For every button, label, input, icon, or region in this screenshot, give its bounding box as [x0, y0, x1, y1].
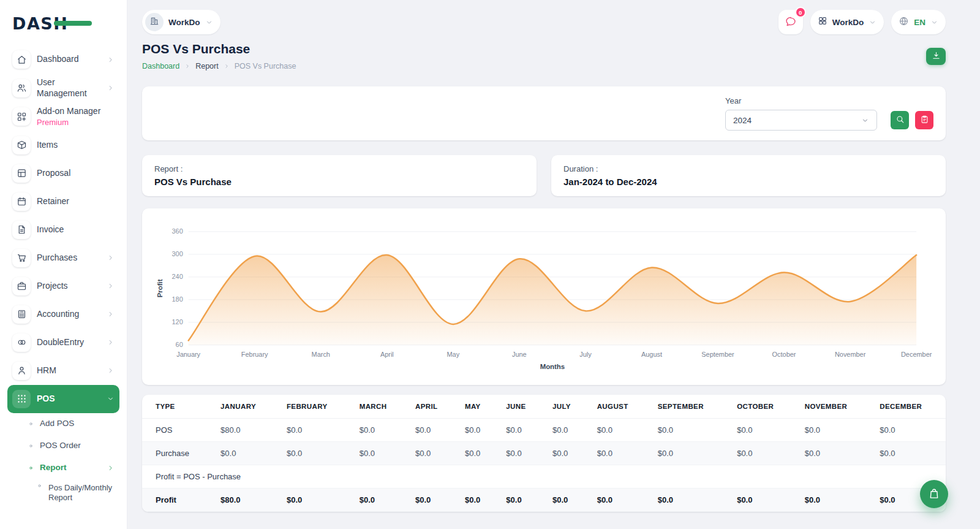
- row-label: POS: [142, 419, 212, 442]
- pos-cart-fab[interactable]: [920, 480, 948, 508]
- sidebar-item-add-pos[interactable]: Add POS: [23, 413, 119, 435]
- svg-text:September: September: [701, 351, 734, 358]
- duration-label: Duration :: [564, 164, 933, 173]
- search-button[interactable]: [891, 111, 909, 129]
- download-button[interactable]: [926, 48, 946, 65]
- projects-icon: [12, 277, 31, 295]
- breadcrumb-item-report[interactable]: Report: [195, 62, 219, 70]
- cell: $0.0: [871, 442, 946, 465]
- chevron-down-icon: [861, 116, 869, 124]
- sidebar-item-dashboard[interactable]: Dashboard: [7, 45, 119, 74]
- sidebar-item-label: Pos Daily/Monthly Report: [48, 483, 115, 503]
- table-card: TYPEJANUARYFEBRUARYMARCHAPRILMAYJUNEJULY…: [142, 395, 946, 512]
- hrm-icon: [12, 362, 31, 380]
- column-header: MARCH: [351, 395, 407, 419]
- cell: $0.0: [796, 442, 872, 465]
- language-label: EN: [914, 18, 925, 27]
- row-label: Profit: [142, 489, 212, 512]
- column-header: AUGUST: [589, 395, 649, 419]
- svg-text:300: 300: [172, 250, 183, 257]
- home-icon: [12, 50, 31, 69]
- proposal-icon: [12, 164, 31, 183]
- export-button[interactable]: [915, 111, 933, 129]
- purchases-icon: [12, 249, 31, 267]
- sidebar-item-add-on-manager[interactable]: Add-on ManagerPremium: [7, 102, 119, 131]
- cell: $0.0: [497, 442, 544, 465]
- cell: $0.0: [728, 419, 796, 442]
- svg-text:240: 240: [172, 273, 183, 280]
- cell: $80.0: [212, 419, 278, 442]
- chevron-right-icon: [107, 464, 115, 472]
- svg-text:February: February: [241, 351, 268, 358]
- table-row: POS$80.0$0.0$0.0$0.0$0.0$0.0$0.0$0.0$0.0…: [142, 419, 946, 442]
- sidebar-item-purchases[interactable]: Purchases: [7, 244, 119, 272]
- svg-text:60: 60: [176, 341, 183, 348]
- sidebar-item-label: Retainer: [37, 196, 115, 207]
- sidebar-item-invoice[interactable]: Invoice: [7, 216, 119, 244]
- svg-text:Profit: Profit: [156, 279, 164, 297]
- cell: $0.0: [649, 442, 728, 465]
- sidebar-item-pos[interactable]: POS: [7, 385, 119, 413]
- bullet-icon: [28, 443, 34, 449]
- sidebar-item-proposal[interactable]: Proposal: [7, 159, 119, 188]
- sidebar-item-label: Proposal: [37, 168, 115, 179]
- svg-text:Months: Months: [540, 363, 565, 370]
- chevron-down-icon: [930, 18, 938, 26]
- chevron-down-icon: [869, 18, 876, 26]
- note-cell: Profit = POS - Purchase: [142, 465, 946, 489]
- column-header: JANUARY: [212, 395, 278, 419]
- cell: $0.0: [456, 489, 497, 512]
- report-summary-card: Report : POS Vs Purchase: [142, 155, 537, 196]
- breadcrumb-item-dashboard[interactable]: Dashboard: [142, 62, 179, 70]
- workspace-switcher[interactable]: WorkDo: [142, 10, 221, 34]
- cell: $0.0: [589, 419, 649, 442]
- column-header: TYPE: [142, 395, 212, 419]
- sidebar-item-pos-daily-monthly-report[interactable]: Pos Daily/Monthly Report: [32, 479, 119, 506]
- language-switcher[interactable]: EN: [891, 10, 946, 34]
- year-select[interactable]: 2024: [725, 110, 877, 131]
- report-table: TYPEJANUARYFEBRUARYMARCHAPRILMAYJUNEJULY…: [142, 395, 946, 512]
- cell: $0.0: [407, 419, 456, 442]
- chevron-right-icon: [107, 338, 115, 346]
- sidebar-item-label: POS Order: [40, 441, 115, 451]
- svg-text:January: January: [176, 351, 200, 358]
- sidebar-item-projects[interactable]: Projects: [7, 272, 119, 300]
- year-label: Year: [725, 96, 933, 105]
- svg-text:360: 360: [172, 227, 183, 235]
- cell: $0.0: [649, 489, 728, 512]
- bullet-icon: [28, 421, 34, 427]
- sidebar-item-label: Items: [37, 140, 115, 151]
- sidebar-item-user-management[interactable]: User Management: [7, 74, 119, 102]
- sidebar-item-label: Purchases: [37, 253, 100, 264]
- page-title: POS Vs Purchase: [142, 42, 296, 56]
- sidebar-item-retainer[interactable]: Retainer: [7, 188, 119, 216]
- year-value: 2024: [733, 116, 752, 125]
- cell: $0.0: [407, 442, 456, 465]
- cell: $0.0: [456, 442, 497, 465]
- sidebar-item-report[interactable]: Report: [23, 457, 119, 479]
- svg-text:May: May: [447, 351, 460, 358]
- chevron-right-icon: [107, 84, 115, 92]
- bullet-icon: [28, 465, 34, 471]
- sidebar-item-hrm[interactable]: HRM: [7, 357, 119, 385]
- sidebar-item-doubleentry[interactable]: DoubleEntry: [7, 329, 119, 357]
- sidebar-item-pos-order[interactable]: POS Order: [23, 435, 119, 457]
- sidebar-item-accounting[interactable]: Accounting: [7, 300, 119, 329]
- app-switcher[interactable]: WorkDo: [810, 10, 884, 34]
- svg-text:December: December: [901, 351, 932, 358]
- chevron-right-icon: [107, 56, 115, 64]
- svg-text:October: October: [772, 351, 796, 358]
- sidebar-nav: DashboardUser ManagementAdd-on ManagerPr…: [0, 39, 127, 505]
- chevron-right-icon: [107, 310, 115, 318]
- sidebar: DASH DashboardUser ManagementAdd-on Mana…: [0, 0, 127, 529]
- cell: $0.0: [871, 419, 946, 442]
- messages-button[interactable]: 0: [778, 10, 803, 34]
- dash-logo[interactable]: DASH: [0, 0, 127, 39]
- sidebar-item-items[interactable]: Items: [7, 131, 119, 159]
- svg-text:180: 180: [172, 295, 183, 303]
- notification-badge: 0: [795, 7, 806, 18]
- topbar-actions: 0 WorkDo EN: [778, 10, 946, 34]
- cell: $0.0: [589, 489, 649, 512]
- accounting-icon: [12, 305, 31, 324]
- cell: $0.0: [497, 489, 544, 512]
